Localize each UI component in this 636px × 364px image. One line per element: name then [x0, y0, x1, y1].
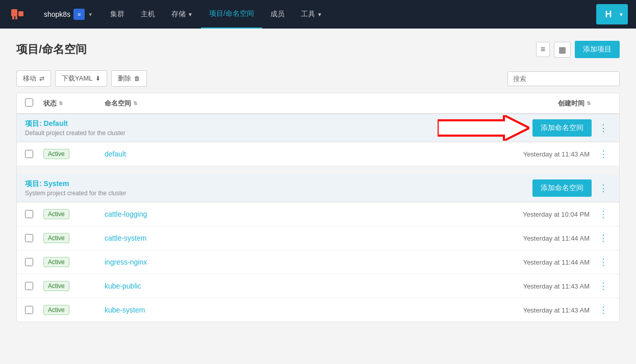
storage-dropdown-icon: ▼ — [188, 12, 193, 17]
toolbar-right — [507, 71, 620, 86]
project-system-name: 项目: System — [25, 179, 126, 189]
status-column-header[interactable]: 状态 ⇅ — [43, 99, 105, 108]
download-yaml-button[interactable]: 下载YAML ⬇ — [55, 70, 107, 87]
kube-system-ns-link[interactable]: kube-system — [105, 306, 145, 314]
svg-rect-1 — [11, 9, 17, 16]
cattle-system-ns-more-button[interactable]: ⋮ — [596, 232, 611, 244]
nav-item-members[interactable]: 成员 — [262, 1, 293, 28]
project-default-info: 项目: Default Default project created for … — [25, 119, 125, 137]
project-system-info: 项目: System System project created for th… — [25, 179, 126, 197]
select-kube-public-checkbox[interactable] — [25, 282, 33, 290]
default-name: default — [105, 150, 523, 158]
kube-public-status: Active — [43, 281, 105, 291]
main-menu: 集群 主机 存储 ▼ 项目/命名空间 成员 工具 ▼ — [102, 0, 596, 29]
delete-label: 删除 — [118, 74, 131, 83]
namespace-sort-icon: ⇅ — [133, 100, 137, 106]
created-sort-icon: ⇅ — [587, 100, 591, 106]
page-header: 项目/命名空间 ≡ ▦ 添加项目 — [16, 41, 620, 58]
nav-item-cluster[interactable]: 集群 — [102, 1, 133, 28]
list-view-button[interactable]: ≡ — [536, 42, 550, 57]
project-default-desc: Default project created for the cluster — [25, 129, 125, 137]
nav-item-storage[interactable]: 存储 ▼ — [163, 1, 201, 28]
kube-public-ns-link[interactable]: kube-public — [105, 282, 141, 290]
grid-view-icon: ▦ — [558, 45, 566, 54]
cattle-logging-ns-actions: Yesterday at 10:04 PM ⋮ — [523, 209, 611, 220]
nav-item-projects[interactable]: 项目/命名空间 — [201, 0, 262, 29]
spacer-1 — [17, 166, 619, 174]
user-menu-button[interactable]: H ▼ — [596, 4, 628, 24]
select-cattle-logging-checkbox[interactable] — [25, 210, 33, 218]
svg-text:H: H — [605, 9, 612, 19]
project-system-actions: 添加命名空间 ⋮ — [532, 179, 611, 197]
select-all-checkbox[interactable] — [25, 98, 33, 107]
toolbar-left: 移动 ⇄ 下载YAML ⬇ 删除 🗑 — [16, 70, 147, 87]
kube-public-ns-time: Yesterday at 11:43 AM — [523, 282, 594, 290]
svg-rect-2 — [18, 11, 23, 16]
top-navigation: shopk8s ≡ ▼ 集群 主机 存储 ▼ 项目/命名空间 成员 工具 ▼ — [0, 0, 636, 29]
namespace-row-kube-system: Active kube-system Yesterday at 11:43 AM… — [17, 298, 619, 322]
kube-public-ns-more-button[interactable]: ⋮ — [596, 280, 611, 292]
nav-item-tools[interactable]: 工具 ▼ — [293, 1, 330, 28]
status-sort-icon: ⇅ — [59, 100, 63, 106]
cattle-system-ns-actions: Yesterday at 11:44 AM ⋮ — [523, 232, 611, 244]
kube-system-status: Active — [43, 305, 105, 315]
project-default-name-link[interactable]: Default — [44, 119, 68, 127]
cluster-name: shopk8s — [44, 10, 70, 18]
cattle-logging-status: Active — [43, 209, 105, 219]
download-icon: ⬇ — [95, 75, 100, 82]
select-cattle-system-checkbox[interactable] — [25, 234, 33, 242]
default-status: Active — [43, 149, 105, 159]
grid-view-button[interactable]: ▦ — [554, 42, 571, 58]
namespace-row-cattle-system: Active cattle-system Yesterday at 11:44 … — [17, 226, 619, 250]
namespace-column-header[interactable]: 命名空间 ⇅ — [105, 99, 558, 108]
kube-system-ns-time: Yesterday at 11:43 AM — [523, 306, 594, 314]
search-input[interactable] — [507, 71, 620, 86]
ingress-nginx-status: Active — [43, 257, 105, 267]
nav-item-hosts[interactable]: 主机 — [133, 1, 163, 28]
toolbar: 移动 ⇄ 下载YAML ⬇ 删除 🗑 — [16, 70, 620, 87]
add-namespace-system-button[interactable]: 添加命名空间 — [532, 179, 592, 197]
cattle-logging-ns-more-button[interactable]: ⋮ — [596, 209, 611, 220]
default-ns-actions: Yesterday at 11:43 AM ⋮ — [523, 148, 611, 160]
tools-dropdown-icon: ▼ — [317, 12, 322, 17]
project-default-actions: 添加命名空间 ⋮ — [532, 119, 611, 137]
namespace-row-ingress-nginx: Active ingress-nginx Yesterday at 11:44 … — [17, 250, 619, 274]
status-badge-cattle-system: Active — [43, 233, 69, 243]
cattle-logging-ns-link[interactable]: cattle-logging — [105, 210, 147, 218]
ingress-nginx-ns-time: Yesterday at 11:44 AM — [523, 258, 594, 266]
table-header: 状态 ⇅ 命名空间 ⇅ 创建时间 ⇅ — [17, 93, 619, 114]
cluster-dropdown-icon: ▼ — [88, 12, 93, 17]
list-view-icon: ≡ — [541, 45, 545, 54]
namespace-row-default: Active default Yesterday at 11:43 AM ⋮ — [17, 142, 619, 166]
user-icon: H — [600, 6, 617, 22]
ingress-nginx-ns-actions: Yesterday at 11:44 AM ⋮ — [523, 256, 611, 268]
project-system-desc: System project created for the cluster — [25, 190, 126, 197]
ingress-nginx-ns-link[interactable]: ingress-nginx — [105, 258, 147, 266]
status-badge-default: Active — [43, 149, 69, 159]
kube-system-ns-more-button[interactable]: ⋮ — [596, 304, 611, 316]
cattle-system-ns-time: Yesterday at 11:44 AM — [523, 235, 594, 242]
project-default-more-button[interactable]: ⋮ — [596, 122, 611, 134]
project-row-default: 项目: Default Default project created for … — [17, 114, 619, 142]
cluster-selector[interactable]: shopk8s ≡ ▼ — [39, 6, 98, 23]
move-button[interactable]: 移动 ⇄ — [16, 70, 51, 87]
kube-public-ns-actions: Yesterday at 11:43 AM ⋮ — [523, 280, 611, 292]
default-ns-more-button[interactable]: ⋮ — [596, 148, 611, 160]
page-header-actions: ≡ ▦ 添加项目 — [536, 41, 620, 58]
namespace-row-cattle-logging: Active cattle-logging Yesterday at 10:04… — [17, 202, 619, 226]
default-ns-link[interactable]: default — [105, 150, 126, 158]
cattle-system-ns-link[interactable]: cattle-system — [105, 234, 146, 242]
svg-marker-7 — [438, 115, 529, 141]
select-kube-system-checkbox[interactable] — [25, 306, 33, 314]
project-row-system: 项目: System System project created for th… — [17, 174, 619, 202]
add-namespace-default-button[interactable]: 添加命名空间 — [532, 119, 592, 137]
project-system-more-button[interactable]: ⋮ — [596, 183, 611, 194]
select-default-checkbox[interactable] — [25, 150, 33, 158]
delete-button[interactable]: 删除 🗑 — [111, 70, 147, 87]
project-system-name-link[interactable]: System — [44, 179, 69, 188]
created-column-header[interactable]: 创建时间 ⇅ — [558, 99, 611, 108]
select-ingress-nginx-checkbox[interactable] — [25, 258, 33, 266]
ingress-nginx-ns-more-button[interactable]: ⋮ — [596, 256, 611, 268]
add-project-button[interactable]: 添加项目 — [575, 41, 620, 58]
svg-rect-3 — [12, 16, 14, 19]
